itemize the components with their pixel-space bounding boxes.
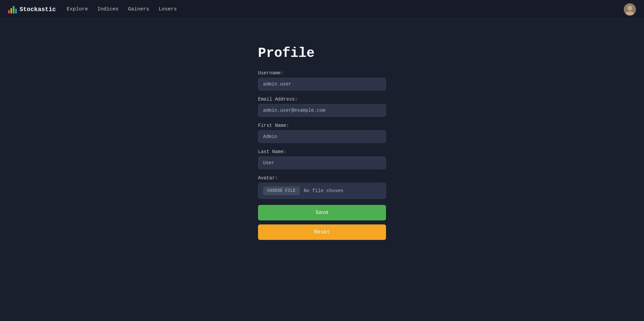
email-group: Email Address:: [258, 97, 386, 117]
nav-link-explore[interactable]: Explore: [67, 6, 88, 12]
last-name-label: Last Name:: [258, 149, 386, 154]
email-label: Email Address:: [258, 97, 386, 102]
choose-file-button[interactable]: CHOOSE FILE: [263, 186, 300, 195]
svg-point-1: [627, 6, 632, 10]
nav-link-losers[interactable]: Losers: [159, 6, 177, 12]
last-name-group: Last Name:: [258, 149, 386, 169]
first-name-group: First Name:: [258, 123, 386, 143]
avatar[interactable]: [624, 3, 636, 15]
save-button[interactable]: Save: [258, 205, 386, 220]
avatar-label: Avatar:: [258, 175, 386, 181]
username-label: Username:: [258, 70, 386, 76]
reset-button[interactable]: Reset: [258, 224, 386, 240]
username-input[interactable]: [258, 78, 386, 91]
avatar-upload-box: CHOOSE FILE No file chosen: [258, 183, 386, 199]
nav-link-indices[interactable]: Indices: [97, 6, 119, 12]
no-file-chosen-text: No file chosen: [304, 188, 344, 193]
profile-form: Profile Username: Email Address: First N…: [258, 46, 386, 240]
first-name-label: First Name:: [258, 123, 386, 128]
nav-link-gainers[interactable]: Gainers: [128, 6, 149, 12]
email-input[interactable]: [258, 104, 386, 117]
brand-name: Stockastic: [20, 6, 56, 13]
nav-links: Explore Indices Gainers Losers: [67, 6, 624, 12]
main-content: Profile Username: Email Address: First N…: [0, 19, 644, 253]
avatar-image: [624, 3, 636, 15]
avatar-group: Avatar: CHOOSE FILE No file chosen: [258, 175, 386, 199]
brand-logo-link[interactable]: Stockastic: [8, 5, 56, 13]
username-group: Username:: [258, 70, 386, 91]
last-name-input[interactable]: [258, 156, 386, 169]
first-name-input[interactable]: [258, 130, 386, 143]
brand-icon: [8, 5, 17, 13]
page-title: Profile: [258, 46, 386, 61]
navbar: Stockastic Explore Indices Gainers Loser…: [0, 0, 644, 19]
